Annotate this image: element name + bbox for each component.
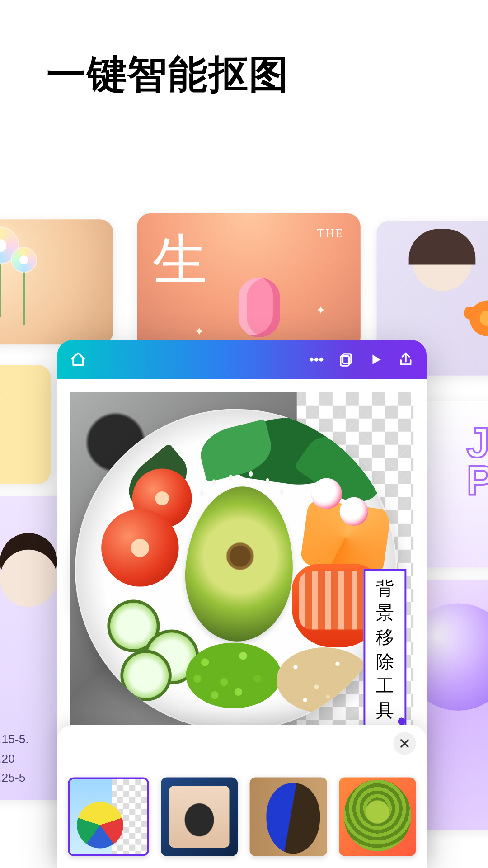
close-button[interactable] <box>393 732 416 755</box>
effects-panel <box>57 725 427 868</box>
svg-point-0 <box>310 358 313 361</box>
template-card-tulip: 生 THE ✦ ✦ <box>137 213 361 350</box>
svg-point-2 <box>320 358 323 361</box>
editor-toolbar <box>57 340 427 379</box>
share-icon[interactable] <box>397 350 415 368</box>
bg-remove-tool-label[interactable]: 背景移除工具 <box>363 569 406 731</box>
tulip-icon <box>226 260 292 337</box>
person-illustration <box>0 550 57 607</box>
beach-ball-icon <box>77 802 123 849</box>
glass-flower-icon <box>12 248 36 272</box>
flower-label-the: THE <box>317 226 344 240</box>
selection-handle-icon[interactable] <box>398 718 405 725</box>
svg-point-1 <box>315 358 318 361</box>
close-icon <box>399 737 410 749</box>
sale-dates: 5.15-5. 5.20 5.25-5 <box>0 730 29 787</box>
effect-thumb-duotone[interactable] <box>250 778 327 856</box>
template-card-flowers <box>0 219 113 344</box>
effect-thumb-camera[interactable] <box>160 778 238 856</box>
layers-icon[interactable] <box>337 350 355 368</box>
hair-icon <box>343 780 411 851</box>
template-card-doodle: 〰〰 ✿ ✦ <box>0 365 51 484</box>
more-icon[interactable] <box>307 350 325 368</box>
portrait-icon <box>266 783 320 854</box>
editor-canvas[interactable]: 背景移除工具 <box>70 392 414 726</box>
effect-thumb-bg-remove[interactable] <box>68 778 149 856</box>
effect-thumb-colorize[interactable] <box>339 778 416 856</box>
camera-icon <box>169 786 230 848</box>
home-icon[interactable] <box>69 350 87 368</box>
cutout-subject[interactable] <box>75 409 397 731</box>
cjk-glyph: 生 <box>153 223 207 297</box>
person-illustration <box>413 231 472 291</box>
play-icon[interactable] <box>367 350 385 368</box>
page-title: 一键智能抠图 <box>47 47 290 101</box>
orange-flower-icon <box>469 301 488 336</box>
